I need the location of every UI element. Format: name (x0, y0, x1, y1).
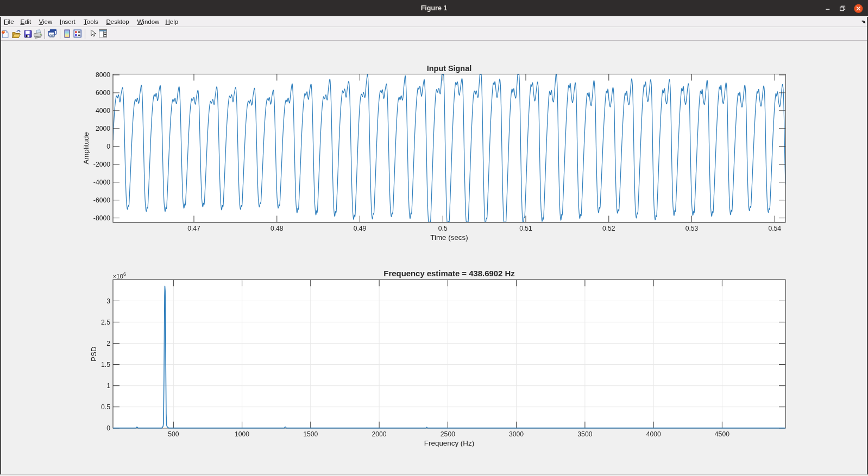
svg-text:-6000: -6000 (93, 196, 110, 204)
svg-text:0.47: 0.47 (187, 225, 200, 232)
svg-text:4000: 4000 (96, 107, 110, 115)
svg-text:4500: 4500 (715, 430, 729, 438)
svg-text:0.53: 0.53 (685, 225, 699, 232)
svg-text:1000: 1000 (235, 430, 249, 438)
svg-text:0.5: 0.5 (101, 403, 110, 411)
svg-text:4000: 4000 (646, 430, 661, 438)
svg-text:2.5: 2.5 (101, 319, 110, 326)
svg-text:0.54: 0.54 (768, 225, 781, 232)
svg-text:2000: 2000 (96, 125, 110, 132)
svg-text:0.51: 0.51 (519, 225, 532, 232)
svg-text:Frequency estimate = 438.6902: Frequency estimate = 438.6902 Hz (383, 269, 514, 278)
svg-text:6000: 6000 (96, 89, 110, 97)
svg-text:0.5: 0.5 (438, 225, 448, 232)
svg-text:2000: 2000 (372, 430, 387, 438)
svg-text:0: 0 (106, 143, 110, 150)
svg-text:3500: 3500 (577, 430, 592, 438)
svg-text:2: 2 (106, 340, 110, 347)
svg-text:3: 3 (106, 297, 110, 305)
svg-text:3000: 3000 (509, 430, 524, 438)
svg-text:-8000: -8000 (93, 214, 110, 222)
svg-text:×106: ×106 (113, 271, 127, 280)
svg-text:1: 1 (106, 382, 110, 390)
svg-text:8000: 8000 (96, 71, 110, 79)
svg-text:Input Signal: Input Signal (427, 64, 471, 73)
svg-text:0.49: 0.49 (354, 225, 367, 232)
svg-text:-4000: -4000 (93, 179, 110, 186)
svg-text:0.52: 0.52 (602, 225, 615, 232)
svg-text:1.5: 1.5 (101, 361, 110, 369)
svg-text:Frequency (Hz): Frequency (Hz) (424, 439, 474, 447)
svg-text:500: 500 (168, 430, 179, 438)
svg-text:PSD: PSD (90, 346, 98, 361)
svg-text:Time (secs): Time (secs) (430, 233, 468, 242)
svg-text:0.48: 0.48 (271, 225, 284, 232)
svg-text:-2000: -2000 (93, 161, 110, 168)
svg-text:2500: 2500 (441, 430, 455, 438)
svg-text:1500: 1500 (303, 430, 318, 438)
svg-text:Amplitude: Amplitude (82, 132, 90, 164)
svg-text:0: 0 (106, 424, 110, 432)
